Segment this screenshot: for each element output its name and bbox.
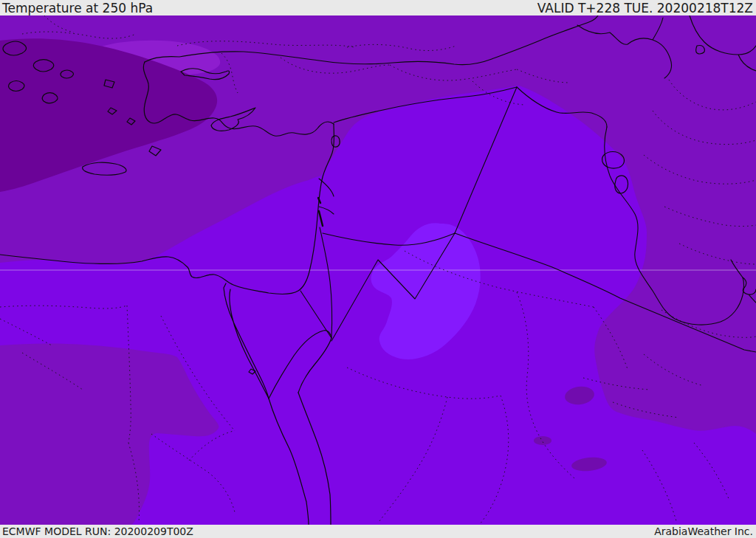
model-run-label: ECMWF MODEL RUN: 20200209T00Z bbox=[2, 525, 193, 538]
temperature-map-svg bbox=[0, 15, 756, 525]
map-title: Temperature at 250 hPa bbox=[2, 1, 153, 15]
header-bar: Temperature at 250 hPa VALID T+228 TUE. … bbox=[0, 0, 756, 15]
weather-map-frame: Temperature at 250 hPa VALID T+228 TUE. … bbox=[0, 0, 756, 538]
dark-spot bbox=[534, 436, 551, 445]
footer-bar: ECMWF MODEL RUN: 20200209T00Z ArabiaWeat… bbox=[0, 525, 756, 538]
map-canvas bbox=[0, 15, 756, 525]
brand-label: ArabiaWeather Inc. bbox=[654, 525, 753, 538]
valid-time-label: VALID T+228 TUE. 20200218T12Z bbox=[537, 1, 753, 15]
